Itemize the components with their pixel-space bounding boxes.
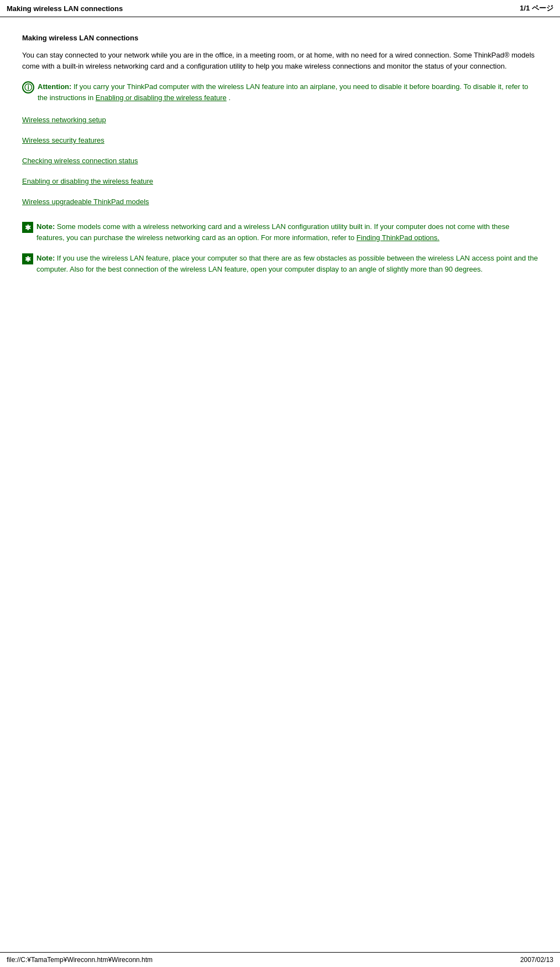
- links-list: Wireless networking setup Wireless secur…: [22, 114, 538, 208]
- attention-block: ⓘ Attention: If you carry your ThinkPad …: [22, 81, 538, 103]
- main-content: Making wireless LAN connections You can …: [0, 17, 560, 306]
- attention-text: Attention: If you carry your ThinkPad co…: [38, 81, 538, 103]
- attention-label: Attention:: [38, 82, 71, 91]
- note-text-2: Note: If you use the wireless LAN featur…: [36, 253, 538, 274]
- page-footer: file://C:¥TamaTemp¥Wireconn.htm¥Wireconn…: [0, 952, 560, 967]
- header-page-info: 1/1 ページ: [520, 3, 553, 13]
- link-checking-wireless-connection-status[interactable]: Checking wireless connection status: [22, 155, 538, 167]
- attention-period: .: [228, 93, 231, 102]
- attention-link[interactable]: Enabling or disabling the wireless featu…: [96, 93, 227, 102]
- note-block-2: ✱ Note: If you use the wireless LAN feat…: [22, 253, 538, 274]
- note-label-1: Note:: [36, 222, 55, 231]
- header-title: Making wireless LAN connections: [7, 4, 123, 13]
- attention-icon: ⓘ: [22, 81, 34, 93]
- page-header: Making wireless LAN connections 1/1 ページ: [0, 0, 560, 17]
- note-icon-1: ✱: [22, 222, 33, 233]
- note-block-1: ✱ Note: Some models come with a wireless…: [22, 221, 538, 243]
- note1-link[interactable]: Finding ThinkPad options.: [357, 233, 439, 242]
- link-wireless-networking-setup[interactable]: Wireless networking setup: [22, 114, 538, 126]
- footer-date: 2007/02/13: [520, 956, 553, 964]
- intro-paragraph: You can stay connected to your network w…: [22, 50, 538, 71]
- note-icon-2: ✱: [22, 253, 33, 264]
- footer-path: file://C:¥TamaTemp¥Wireconn.htm¥Wireconn…: [7, 956, 153, 964]
- note-text-1: Note: Some models come with a wireless n…: [36, 221, 538, 243]
- link-enabling-disabling-wireless-feature[interactable]: Enabling or disabling the wireless featu…: [22, 175, 538, 188]
- link-wireless-security-features[interactable]: Wireless security features: [22, 134, 538, 147]
- note-body-2: If you use the wireless LAN feature, pla…: [36, 254, 538, 273]
- link-wireless-upgradeable-thinkpad-models[interactable]: Wireless upgradeable ThinkPad models: [22, 196, 538, 208]
- note-label-2: Note:: [36, 254, 55, 262]
- page-heading: Making wireless LAN connections: [22, 34, 538, 42]
